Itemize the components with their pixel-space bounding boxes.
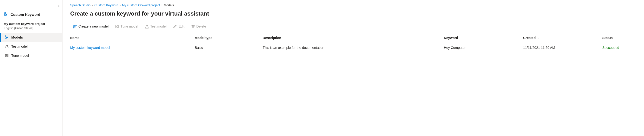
sidebar-app-title: Custom Keyword [0, 9, 62, 19]
sidebar-item-models[interactable]: Models [0, 33, 62, 42]
svg-point-16 [6, 54, 6, 55]
test-model-btn-icon [145, 24, 149, 28]
table-row: My custom keyword model Basic This is an… [70, 42, 636, 53]
edit-icon [173, 24, 177, 28]
test-model-icon [4, 44, 9, 49]
models-table-container: Name Model type Description Keyword Crea… [62, 33, 644, 53]
collapse-sidebar-button[interactable]: « [0, 2, 62, 9]
sidebar-project-name: My custom keyword project [0, 19, 62, 26]
keyword-app-icon [4, 12, 9, 17]
svg-point-29 [117, 26, 118, 27]
sidebar-item-test-model-label: Test model [11, 45, 28, 48]
svg-point-18 [6, 56, 7, 57]
breadcrumb-current: Models [164, 3, 174, 7]
edit-btn-label: Edit [178, 24, 184, 28]
table-cell-created: 11/11/2021 11:50 AM [523, 42, 602, 53]
svg-rect-1 [4, 14, 6, 15]
delete-button[interactable]: Delete [188, 23, 209, 30]
sidebar-item-tune-model[interactable]: Tune model [0, 51, 62, 60]
sidebar-project-locale: English (United States) [0, 26, 62, 33]
create-new-model-label: Create a new model [78, 24, 108, 28]
breadcrumb-speech-studio[interactable]: Speech Studio [70, 3, 91, 7]
svg-point-17 [7, 55, 8, 56]
breadcrumb: Speech Studio › Custom Keyword › My cust… [62, 0, 644, 9]
table-cell-status: Succeeded [602, 42, 636, 53]
breadcrumb-custom-keyword[interactable]: Custom Keyword [94, 3, 118, 7]
edit-button[interactable]: Edit [170, 23, 187, 30]
svg-rect-19 [73, 25, 74, 26]
tune-model-icon [4, 53, 9, 58]
toolbar: Create a new model Tune model [62, 21, 644, 33]
col-header-name: Name [70, 33, 195, 42]
svg-rect-2 [4, 15, 6, 16]
sidebar-item-tune-model-label: Tune model [11, 54, 29, 58]
table-cell-keyword: Hey Computer [444, 42, 523, 53]
create-new-model-button[interactable]: Create a new model [70, 23, 111, 30]
col-header-created[interactable]: Created ↓ [523, 33, 602, 42]
sidebar-nav: Models Test model [0, 33, 62, 60]
tune-model-button[interactable]: Tune model [112, 23, 141, 30]
svg-point-30 [116, 27, 117, 28]
svg-point-28 [116, 25, 117, 26]
svg-rect-21 [73, 28, 74, 28]
table-cell-description: This is an example for the documentation [262, 42, 444, 53]
test-model-button[interactable]: Test model [142, 23, 170, 30]
col-header-status: Status [602, 33, 636, 42]
svg-rect-7 [5, 37, 6, 38]
table-header-row: Name Model type Description Keyword Crea… [70, 33, 636, 42]
breadcrumb-sep-2: › [120, 3, 121, 7]
tune-model-btn-label: Tune model [120, 24, 138, 28]
col-header-model-type: Model type [195, 33, 262, 42]
created-sort-icon: ↓ [538, 37, 539, 40]
main-content: Speech Studio › Custom Keyword › My cust… [62, 0, 644, 136]
sidebar-item-models-label: Models [11, 35, 23, 39]
models-table: Name Model type Description Keyword Crea… [70, 33, 636, 53]
table-cell-name: My custom keyword model [70, 42, 195, 53]
sidebar: « Custom Keyword My custom keyword proje… [0, 0, 62, 136]
delete-btn-label: Delete [196, 24, 206, 28]
page-title: Create a custom keyword for your virtual… [62, 9, 644, 21]
sidebar-app-title-text: Custom Keyword [10, 12, 40, 16]
test-model-btn-label: Test model [150, 24, 167, 28]
delete-icon [191, 24, 195, 28]
breadcrumb-sep-1: › [92, 3, 93, 7]
table-cell-model-type: Basic [195, 42, 262, 53]
svg-rect-8 [5, 38, 6, 39]
col-header-description: Description [262, 33, 444, 42]
tune-model-btn-icon [115, 24, 119, 28]
svg-rect-6 [5, 36, 6, 37]
sidebar-item-test-model[interactable]: Test model [0, 42, 62, 51]
svg-rect-0 [4, 12, 6, 14]
breadcrumb-project[interactable]: My custom keyword project [122, 3, 160, 7]
model-name-link[interactable]: My custom keyword model [70, 46, 110, 50]
breadcrumb-sep-3: › [161, 3, 162, 7]
create-new-model-icon [73, 24, 77, 28]
col-header-keyword: Keyword [444, 33, 523, 42]
models-icon [4, 35, 9, 40]
svg-rect-20 [73, 26, 74, 27]
